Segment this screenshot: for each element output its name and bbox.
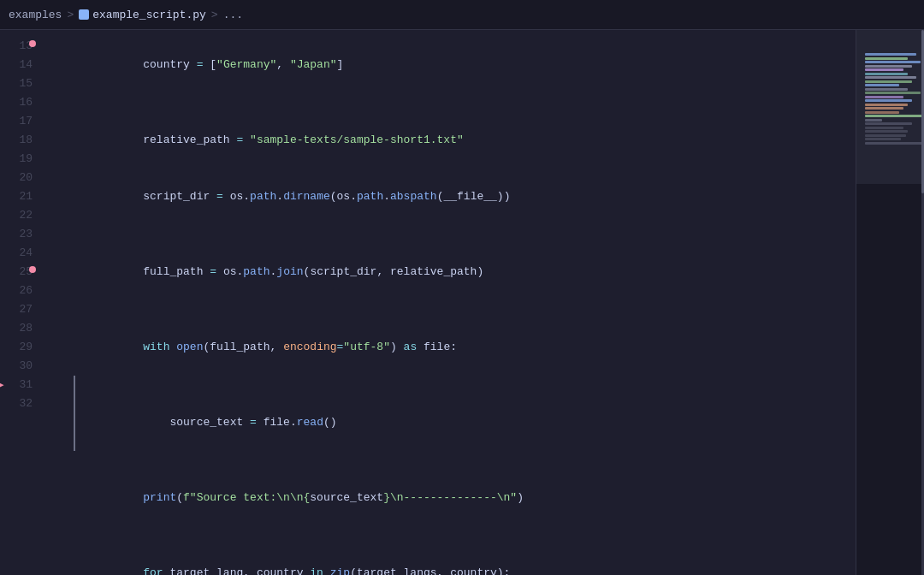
line-num-17: 17 [0,112,33,131]
line-num-32: 32 [0,394,33,413]
code-line-21: source_text = file.read() [50,376,856,451]
breadcrumb: examples > example_script.py > ... [9,9,243,21]
code-line-15: relative_path = "sample-texts/sample-sho… [50,112,856,169]
breadcrumb-ellipsis: ... [223,9,243,21]
code-line-13: country = ["Germany", "Japan"] [50,37,856,93]
line-num-21: 21 [0,187,33,206]
breadcrumb-sep1: > [67,9,74,21]
line-num-13: 13 [0,37,33,56]
line-num-16: 16 [0,93,33,112]
line-num-26: 26 [0,282,33,300]
code-line-18: full_path = os.path.join(script_dir, rel… [50,244,856,300]
breadcrumb-file[interactable]: example_script.py [79,9,206,21]
line-num-20: 20 [0,169,33,187]
line-numbers: 13 14 15 16 17 18 19 20 21 22 23 24 25 2… [0,30,43,575]
minimap[interactable] [856,30,924,575]
line-num-19: 19 [0,150,33,169]
line-num-25: 25 [0,263,33,282]
line-num-24: 24 [0,244,33,263]
line-num-28: 28 [0,319,33,338]
code-line-16: script_dir = os.path.dirname(os.path.abs… [50,169,856,225]
line-num-23: 23 [0,225,33,244]
code-lines-container[interactable]: country = ["Germany", "Japan"] relative_… [43,30,856,575]
breadcrumb-filename: example_script.py [92,9,206,21]
code-line-20: with open(full_path, encoding="utf-8") a… [50,319,856,376]
code-line-23: print(f"Source text:\n\n{source_text}\n-… [50,470,856,526]
code-area[interactable]: 13 14 15 16 17 18 19 20 21 22 23 24 25 2… [0,30,856,575]
breadcrumb-sep2: > [211,9,218,21]
line-num-14: 14 [0,56,33,74]
tab-bar: examples > example_script.py > ... [0,0,924,30]
code-line-14 [50,93,856,112]
line-num-22: 22 [0,206,33,225]
code-line-24 [50,526,856,545]
line-num-18: 18 [0,131,33,150]
main-container: 13 14 15 16 17 18 19 20 21 22 23 24 25 2… [0,30,924,575]
line-num-29: 29 [0,338,33,357]
code-line-25: for target_lang, country in zip(target_l… [50,545,856,575]
line-num-15: 15 [0,74,33,93]
code-line-19 [50,300,856,319]
code-content: 13 14 15 16 17 18 19 20 21 22 23 24 25 2… [0,30,856,575]
code-line-17 [50,225,856,244]
code-line-22 [50,451,856,470]
line-num-30: 30 [0,357,33,376]
breadcrumb-root[interactable]: examples [9,9,62,21]
line-num-31: 31 [0,376,33,394]
line-num-27: 27 [0,300,33,319]
python-file-icon [79,9,89,20]
